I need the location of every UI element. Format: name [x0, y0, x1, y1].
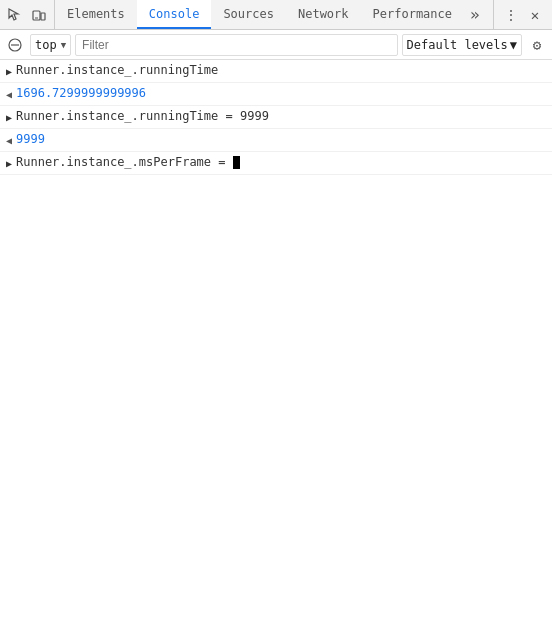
svg-rect-1: [41, 13, 45, 20]
tab-elements[interactable]: Elements: [55, 0, 137, 29]
console-row-5: ▶ Runner.instance_.msPerFrame =: [0, 152, 552, 175]
close-devtools-icon[interactable]: ✕: [524, 4, 546, 26]
console-row-4: ◀ 9999: [0, 129, 552, 152]
tab-console[interactable]: Console: [137, 0, 212, 29]
console-toolbar: top ▼ Default levels ▼ ⚙: [0, 30, 552, 60]
console-row-1: ▶ Runner.instance_.runningTime: [0, 60, 552, 83]
context-selector[interactable]: top ▼: [30, 34, 71, 56]
tab-actions: ⋮ ✕: [493, 0, 552, 29]
row-3-arrow[interactable]: ▶: [0, 107, 16, 127]
row-1-content: Runner.instance_.runningTime: [16, 61, 552, 79]
row-3-content: Runner.instance_.runningTime = 9999: [16, 107, 552, 125]
device-toggle-icon[interactable]: [28, 4, 50, 26]
console-row-3: ▶ Runner.instance_.runningTime = 9999: [0, 106, 552, 129]
levels-dropdown-arrow: ▼: [510, 38, 517, 52]
console-output: ▶ Runner.instance_.runningTime ◀ 1696.72…: [0, 60, 552, 631]
tab-performance[interactable]: Performance: [361, 0, 464, 29]
devtools-icons: [0, 0, 55, 29]
more-tabs-icon[interactable]: »: [464, 0, 486, 29]
row-2-arrow[interactable]: ◀: [0, 84, 16, 104]
input-cursor: [233, 156, 240, 169]
inspect-element-icon[interactable]: [4, 4, 26, 26]
row-4-arrow[interactable]: ◀: [0, 130, 16, 150]
row-2-content: 1696.7299999999996: [16, 84, 552, 102]
tabs-container: Elements Console Sources Network Perform…: [55, 0, 493, 29]
row-5-content[interactable]: Runner.instance_.msPerFrame =: [16, 153, 552, 171]
filter-input[interactable]: [75, 34, 398, 56]
row-5-arrow[interactable]: ▶: [0, 153, 16, 173]
clear-console-button[interactable]: [4, 34, 26, 56]
context-dropdown-arrow: ▼: [61, 40, 66, 50]
tab-bar: Elements Console Sources Network Perform…: [0, 0, 552, 30]
tab-network[interactable]: Network: [286, 0, 361, 29]
svg-rect-0: [33, 11, 40, 20]
more-options-icon[interactable]: ⋮: [500, 4, 522, 26]
console-settings-button[interactable]: ⚙: [526, 34, 548, 56]
tab-sources[interactable]: Sources: [211, 0, 286, 29]
row-1-arrow[interactable]: ▶: [0, 61, 16, 81]
log-levels-selector[interactable]: Default levels ▼: [402, 34, 522, 56]
console-row-2: ◀ 1696.7299999999996: [0, 83, 552, 106]
row-4-content: 9999: [16, 130, 552, 148]
